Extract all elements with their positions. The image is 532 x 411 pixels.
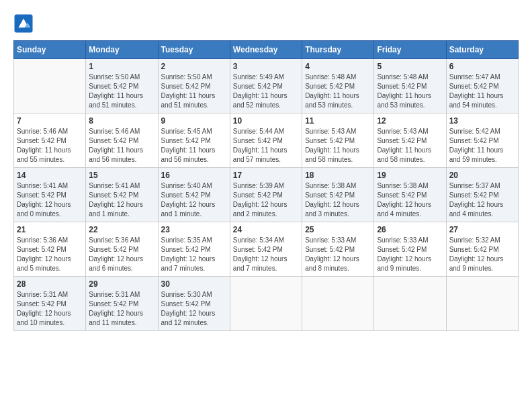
day-info: Sunrise: 5:44 AMSunset: 5:42 PMDaylight:… — [233, 127, 299, 165]
day-info: Sunrise: 5:32 AMSunset: 5:42 PMDaylight:… — [449, 236, 515, 273]
day-info: Sunrise: 5:39 AMSunset: 5:42 PMDaylight:… — [233, 181, 299, 219]
calendar-day-cell: 23Sunrise: 5:35 AMSunset: 5:42 PMDayligh… — [158, 222, 230, 277]
day-info: Sunrise: 5:36 AMSunset: 5:42 PMDaylight:… — [17, 236, 83, 273]
calendar-day-cell: 17Sunrise: 5:39 AMSunset: 5:42 PMDayligh… — [230, 168, 302, 222]
day-info: Sunrise: 5:38 AMSunset: 5:42 PMDaylight:… — [377, 181, 443, 219]
day-info: Sunrise: 5:41 AMSunset: 5:42 PMDaylight:… — [89, 181, 154, 219]
day-number: 23 — [161, 225, 227, 234]
day-info: Sunrise: 5:33 AMSunset: 5:42 PMDaylight:… — [377, 236, 443, 273]
day-number: 4 — [305, 62, 371, 71]
day-info: Sunrise: 5:35 AMSunset: 5:42 PMDaylight:… — [161, 236, 227, 273]
calendar-day-header: Thursday — [302, 41, 374, 59]
calendar-day-cell: 12Sunrise: 5:43 AMSunset: 5:42 PMDayligh… — [374, 113, 446, 168]
day-info: Sunrise: 5:30 AMSunset: 5:42 PMDaylight:… — [161, 290, 227, 328]
calendar-table: SundayMondayTuesdayWednesdayThursdayFrid… — [13, 40, 519, 331]
day-info: Sunrise: 5:38 AMSunset: 5:42 PMDaylight:… — [305, 181, 371, 219]
day-info: Sunrise: 5:33 AMSunset: 5:42 PMDaylight:… — [305, 236, 371, 273]
calendar-day-cell: 3Sunrise: 5:49 AMSunset: 5:42 PMDaylight… — [230, 59, 302, 113]
calendar-week-row: 28Sunrise: 5:31 AMSunset: 5:42 PMDayligh… — [14, 277, 519, 331]
day-info: Sunrise: 5:31 AMSunset: 5:42 PMDaylight:… — [89, 290, 154, 328]
day-number: 18 — [305, 171, 371, 180]
calendar-day-cell: 25Sunrise: 5:33 AMSunset: 5:42 PMDayligh… — [302, 222, 374, 277]
day-number: 29 — [89, 279, 154, 289]
day-info: Sunrise: 5:49 AMSunset: 5:42 PMDaylight:… — [233, 73, 299, 110]
calendar-day-cell: 6Sunrise: 5:47 AMSunset: 5:42 PMDaylight… — [446, 59, 518, 113]
day-number: 16 — [161, 171, 227, 180]
day-number: 22 — [89, 225, 154, 234]
calendar-day-cell: 9Sunrise: 5:45 AMSunset: 5:42 PMDaylight… — [158, 113, 230, 168]
day-number: 1 — [89, 62, 154, 71]
calendar-day-cell: 10Sunrise: 5:44 AMSunset: 5:42 PMDayligh… — [230, 113, 302, 168]
calendar-day-header: Friday — [374, 41, 446, 59]
calendar-day-header: Tuesday — [158, 41, 230, 59]
day-number: 19 — [377, 171, 443, 180]
day-info: Sunrise: 5:45 AMSunset: 5:42 PMDaylight:… — [161, 127, 227, 165]
day-number: 14 — [17, 171, 83, 180]
calendar-week-row: 7Sunrise: 5:46 AMSunset: 5:42 PMDaylight… — [14, 113, 519, 168]
day-info: Sunrise: 5:34 AMSunset: 5:42 PMDaylight:… — [233, 236, 299, 273]
calendar-day-cell: 22Sunrise: 5:36 AMSunset: 5:42 PMDayligh… — [86, 222, 158, 277]
day-info: Sunrise: 5:46 AMSunset: 5:42 PMDaylight:… — [89, 127, 154, 165]
calendar-day-cell: 1Sunrise: 5:50 AMSunset: 5:42 PMDaylight… — [86, 59, 158, 113]
calendar-day-header: Monday — [86, 41, 158, 59]
day-number: 3 — [233, 62, 299, 71]
calendar-day-cell: 2Sunrise: 5:50 AMSunset: 5:42 PMDaylight… — [158, 59, 230, 113]
calendar-day-cell — [374, 277, 446, 331]
day-info: Sunrise: 5:37 AMSunset: 5:42 PMDaylight:… — [449, 181, 515, 219]
calendar-day-cell: 27Sunrise: 5:32 AMSunset: 5:42 PMDayligh… — [446, 222, 518, 277]
day-number: 6 — [449, 62, 515, 71]
day-info: Sunrise: 5:48 AMSunset: 5:42 PMDaylight:… — [377, 73, 443, 110]
day-number: 11 — [305, 116, 371, 126]
day-number: 30 — [161, 279, 227, 289]
calendar-day-cell: 19Sunrise: 5:38 AMSunset: 5:42 PMDayligh… — [374, 168, 446, 222]
page-header — [13, 13, 519, 34]
logo — [13, 13, 36, 34]
calendar-day-cell: 24Sunrise: 5:34 AMSunset: 5:42 PMDayligh… — [230, 222, 302, 277]
day-number: 12 — [377, 116, 443, 126]
day-number: 17 — [233, 171, 299, 180]
calendar-week-row: 14Sunrise: 5:41 AMSunset: 5:42 PMDayligh… — [14, 168, 519, 222]
calendar-day-cell — [446, 277, 518, 331]
day-number: 21 — [17, 225, 83, 234]
calendar-day-cell: 18Sunrise: 5:38 AMSunset: 5:42 PMDayligh… — [302, 168, 374, 222]
day-info: Sunrise: 5:40 AMSunset: 5:42 PMDaylight:… — [161, 181, 227, 219]
day-number: 5 — [377, 62, 443, 71]
day-number: 20 — [449, 171, 515, 180]
day-number: 8 — [89, 116, 154, 126]
day-number: 7 — [17, 116, 83, 126]
day-number: 9 — [161, 116, 227, 126]
day-number: 2 — [161, 62, 227, 71]
calendar-day-cell — [302, 277, 374, 331]
day-number: 10 — [233, 116, 299, 126]
calendar-day-header: Saturday — [446, 41, 518, 59]
calendar-day-cell: 13Sunrise: 5:42 AMSunset: 5:42 PMDayligh… — [446, 113, 518, 168]
calendar-day-cell: 4Sunrise: 5:48 AMSunset: 5:42 PMDaylight… — [302, 59, 374, 113]
calendar-day-cell: 11Sunrise: 5:43 AMSunset: 5:42 PMDayligh… — [302, 113, 374, 168]
day-number: 25 — [305, 225, 371, 234]
calendar-day-cell: 8Sunrise: 5:46 AMSunset: 5:42 PMDaylight… — [86, 113, 158, 168]
day-info: Sunrise: 5:48 AMSunset: 5:42 PMDaylight:… — [305, 73, 371, 110]
day-number: 24 — [233, 225, 299, 234]
calendar-day-cell: 28Sunrise: 5:31 AMSunset: 5:42 PMDayligh… — [14, 277, 86, 331]
day-number: 26 — [377, 225, 443, 234]
calendar-day-cell: 14Sunrise: 5:41 AMSunset: 5:42 PMDayligh… — [14, 168, 86, 222]
day-info: Sunrise: 5:46 AMSunset: 5:42 PMDaylight:… — [17, 127, 83, 165]
day-info: Sunrise: 5:41 AMSunset: 5:42 PMDaylight:… — [17, 181, 83, 219]
calendar-day-cell: 26Sunrise: 5:33 AMSunset: 5:42 PMDayligh… — [374, 222, 446, 277]
calendar-day-cell — [230, 277, 302, 331]
day-number: 27 — [449, 225, 515, 234]
calendar-header-row: SundayMondayTuesdayWednesdayThursdayFrid… — [14, 41, 519, 59]
calendar-day-cell: 7Sunrise: 5:46 AMSunset: 5:42 PMDaylight… — [14, 113, 86, 168]
calendar-week-row: 21Sunrise: 5:36 AMSunset: 5:42 PMDayligh… — [14, 222, 519, 277]
day-info: Sunrise: 5:42 AMSunset: 5:42 PMDaylight:… — [449, 127, 515, 165]
day-number: 15 — [89, 171, 154, 180]
day-info: Sunrise: 5:50 AMSunset: 5:42 PMDaylight:… — [89, 73, 154, 110]
calendar-day-cell — [14, 59, 86, 113]
day-info: Sunrise: 5:43 AMSunset: 5:42 PMDaylight:… — [305, 127, 371, 165]
day-info: Sunrise: 5:36 AMSunset: 5:42 PMDaylight:… — [89, 236, 154, 273]
day-info: Sunrise: 5:47 AMSunset: 5:42 PMDaylight:… — [449, 73, 515, 110]
calendar-day-cell: 29Sunrise: 5:31 AMSunset: 5:42 PMDayligh… — [86, 277, 158, 331]
logo-icon — [13, 13, 34, 34]
calendar-day-cell: 20Sunrise: 5:37 AMSunset: 5:42 PMDayligh… — [446, 168, 518, 222]
day-number: 28 — [17, 279, 83, 289]
